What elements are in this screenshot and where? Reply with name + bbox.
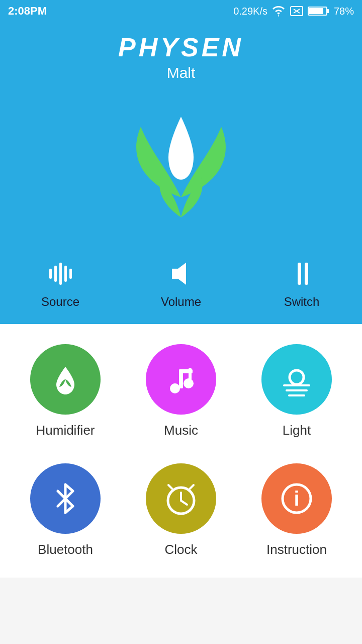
svg-rect-4 (327, 9, 329, 13)
bottom-section: Humidifier Music (0, 324, 362, 578)
svg-rect-5 (309, 8, 323, 14)
clock-label: Clock (164, 542, 197, 557)
status-right: 0.29K/s 78% (233, 6, 354, 17)
svg-rect-10 (69, 269, 72, 279)
svg-point-15 (184, 378, 194, 388)
music-label: Music (164, 423, 198, 438)
instruction-label: Instruction (266, 542, 327, 557)
svg-rect-12 (298, 263, 301, 285)
music-item[interactable]: Music (131, 344, 231, 438)
top-section: PHYSEN Malt Source (0, 22, 362, 324)
instruction-icon: i (277, 478, 317, 519)
svg-rect-6 (49, 269, 52, 279)
volume-icon (165, 258, 197, 290)
source-label: Source (41, 295, 79, 309)
clock-icon (161, 478, 201, 519)
battery-percent: 78% (334, 6, 354, 17)
source-control[interactable]: Source (0, 258, 121, 309)
instruction-item[interactable]: i Instruction (246, 463, 347, 557)
device-name: Malt (167, 64, 196, 82)
app-title: PHYSEN (118, 32, 244, 62)
volume-control[interactable]: Volume (121, 258, 241, 309)
svg-rect-7 (54, 266, 57, 282)
svg-point-14 (170, 383, 180, 393)
humidifier-icon (45, 359, 85, 399)
light-item[interactable]: Light (246, 344, 347, 438)
svg-point-18 (290, 370, 304, 384)
bluetooth-circle (30, 463, 101, 534)
svg-rect-8 (59, 263, 62, 285)
instruction-circle: i (261, 463, 332, 534)
humidifier-circle (30, 344, 101, 415)
light-label: Light (283, 423, 311, 438)
battery-icon (308, 6, 330, 17)
network-speed: 0.29K/s (233, 6, 267, 17)
light-icon (277, 359, 317, 399)
svg-text:i: i (294, 488, 299, 510)
time-display: 2:08PM (8, 5, 47, 18)
clock-circle (146, 463, 216, 534)
plant-logo (111, 97, 251, 237)
humidifier-label: Humidifier (36, 423, 95, 438)
switch-label: Switch (284, 295, 320, 309)
svg-line-26 (190, 485, 194, 489)
humidifier-item[interactable]: Humidifier (15, 344, 116, 438)
light-circle (261, 344, 332, 415)
icon-grid: Humidifier Music (15, 344, 347, 557)
clock-item[interactable]: Clock (131, 463, 231, 557)
bluetooth-icon (45, 478, 85, 519)
switch-control[interactable]: Switch (241, 258, 362, 309)
svg-marker-11 (172, 263, 186, 285)
switch-icon (286, 258, 318, 290)
controls-row: Source Volume Switch (0, 248, 362, 324)
status-bar: 2:08PM 0.29K/s 78% (0, 0, 362, 22)
source-icon (44, 258, 76, 290)
signal-icon (290, 6, 304, 17)
svg-rect-9 (64, 266, 67, 282)
bluetooth-label: Bluetooth (38, 542, 93, 557)
music-circle (146, 344, 216, 415)
volume-label: Volume (161, 295, 201, 309)
bluetooth-item[interactable]: Bluetooth (15, 463, 116, 557)
svg-line-25 (168, 485, 172, 489)
wifi-icon (272, 6, 286, 17)
svg-line-24 (181, 501, 187, 505)
music-icon (161, 359, 201, 399)
svg-rect-13 (305, 263, 308, 285)
